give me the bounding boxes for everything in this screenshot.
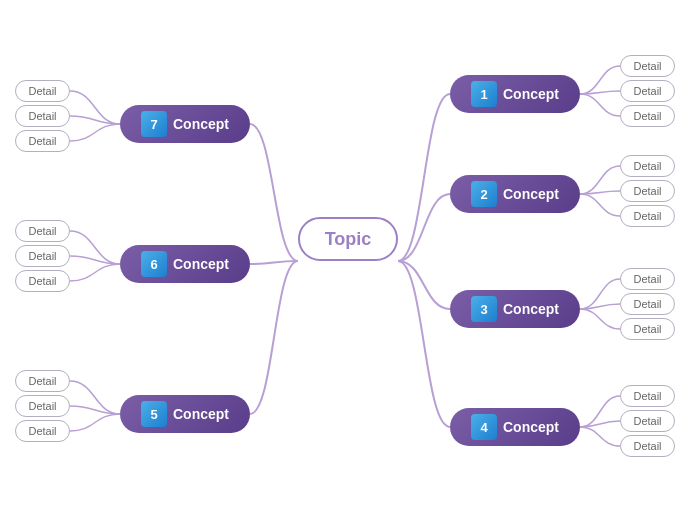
concept-node-3: 3Concept: [450, 290, 580, 328]
concept-label-4: Concept: [503, 419, 559, 435]
detail-node-concept-7-0: Detail: [15, 80, 70, 102]
detail-node-concept-4-0: Detail: [620, 385, 675, 407]
detail-node-concept-6-0: Detail: [15, 220, 70, 242]
detail-node-concept-7-2: Detail: [15, 130, 70, 152]
detail-node-concept-1-0: Detail: [620, 55, 675, 77]
concept-badge-6: 6: [141, 251, 167, 277]
detail-node-concept-2-1: Detail: [620, 180, 675, 202]
concept-badge-1: 1: [471, 81, 497, 107]
concept-badge-4: 4: [471, 414, 497, 440]
topic-node: Topic: [298, 217, 398, 261]
concept-badge-5: 5: [141, 401, 167, 427]
detail-node-concept-4-2: Detail: [620, 435, 675, 457]
detail-node-concept-5-1: Detail: [15, 395, 70, 417]
concept-label-6: Concept: [173, 256, 229, 272]
detail-node-concept-5-2: Detail: [15, 420, 70, 442]
concept-label-1: Concept: [503, 86, 559, 102]
concept-badge-2: 2: [471, 181, 497, 207]
detail-node-concept-3-2: Detail: [620, 318, 675, 340]
concept-badge-3: 3: [471, 296, 497, 322]
concept-label-3: Concept: [503, 301, 559, 317]
detail-node-concept-6-1: Detail: [15, 245, 70, 267]
detail-node-concept-3-0: Detail: [620, 268, 675, 290]
concept-label-7: Concept: [173, 116, 229, 132]
detail-node-concept-3-1: Detail: [620, 293, 675, 315]
detail-node-concept-1-1: Detail: [620, 80, 675, 102]
detail-node-concept-7-1: Detail: [15, 105, 70, 127]
concept-node-6: 6Concept: [120, 245, 250, 283]
concept-node-5: 5Concept: [120, 395, 250, 433]
concept-node-4: 4Concept: [450, 408, 580, 446]
concept-badge-7: 7: [141, 111, 167, 137]
detail-node-concept-2-0: Detail: [620, 155, 675, 177]
detail-node-concept-5-0: Detail: [15, 370, 70, 392]
topic-label: Topic: [325, 229, 372, 250]
detail-node-concept-4-1: Detail: [620, 410, 675, 432]
detail-node-concept-2-2: Detail: [620, 205, 675, 227]
detail-node-concept-1-2: Detail: [620, 105, 675, 127]
concept-label-5: Concept: [173, 406, 229, 422]
concept-node-1: 1Concept: [450, 75, 580, 113]
concept-node-2: 2Concept: [450, 175, 580, 213]
concept-node-7: 7Concept: [120, 105, 250, 143]
concept-label-2: Concept: [503, 186, 559, 202]
detail-node-concept-6-2: Detail: [15, 270, 70, 292]
